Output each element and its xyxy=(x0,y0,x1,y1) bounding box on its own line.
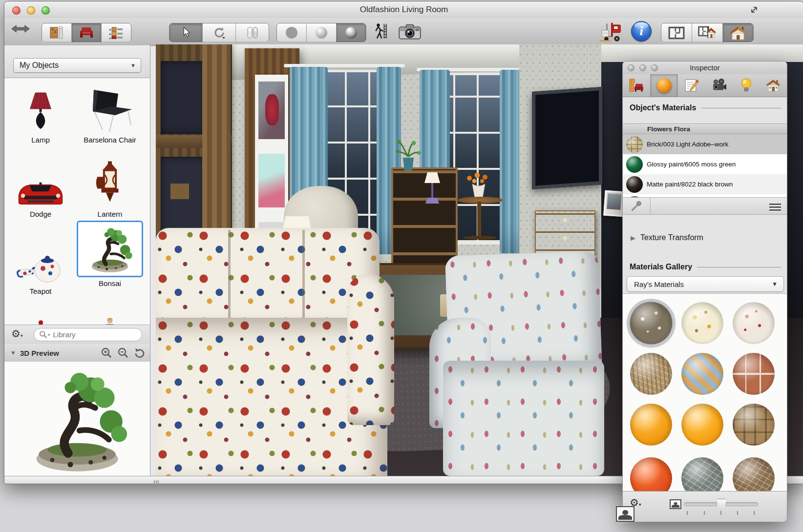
lighting-bulb-icon[interactable] xyxy=(733,74,760,97)
camera-snapshot-icon[interactable] xyxy=(398,24,422,40)
material-swatch-gray-crackle[interactable] xyxy=(681,457,723,491)
category-select-value: My Objects xyxy=(20,61,59,70)
material-swatch-brown-crackle[interactable] xyxy=(733,457,775,491)
materials-gallery-grid xyxy=(623,293,787,491)
object-item-bonsai[interactable]: Bonsai xyxy=(77,221,143,287)
resize-corner-icon[interactable] xyxy=(750,5,759,14)
split-plan-3d-icon[interactable] xyxy=(692,23,723,42)
material-name: Matte paint/8022 black brown xyxy=(647,181,747,188)
green-material-swatch xyxy=(626,156,643,173)
material-swatch-terracotta-tiles[interactable] xyxy=(733,353,775,395)
building-house-icon[interactable] xyxy=(760,74,787,97)
material-swatch-orange-matte[interactable] xyxy=(630,404,672,446)
disclosure-triangle-icon[interactable]: ▼ xyxy=(10,349,16,356)
walk-through-icon[interactable] xyxy=(372,23,389,40)
small-image-icon xyxy=(670,499,681,509)
gear-menu-icon[interactable]: ⚙▾ xyxy=(11,328,23,340)
rotate-tool-icon[interactable] xyxy=(203,23,236,42)
camera-view-icon[interactable] xyxy=(705,74,733,97)
person-thumbnail xyxy=(77,299,143,325)
object-item-dodge[interactable]: Dodge xyxy=(7,157,74,218)
shaded-sphere-icon[interactable] xyxy=(307,23,337,42)
category-bar: My Objects ▼ xyxy=(4,45,150,78)
materials-list: Flowers Flora Brick/003 Light Adobe–work… xyxy=(623,123,787,198)
material-name: Brick/003 Light Adobe–work xyxy=(647,141,747,148)
disclosure-right-icon: ▶ xyxy=(631,234,635,242)
material-row[interactable]: Brick/003 Light Adobe–work xyxy=(623,134,787,154)
window-title: Oldfashion Living Room xyxy=(4,5,803,15)
select-cursor-icon[interactable] xyxy=(169,23,203,42)
material-swatch-taupe-floral[interactable] xyxy=(630,302,672,344)
slider-tick xyxy=(754,511,755,515)
object-label: Lantern xyxy=(77,210,143,218)
chevron-down-icon: ▼ xyxy=(772,281,778,287)
search-field[interactable]: ▾ xyxy=(34,328,142,341)
eyedropper-icon[interactable] xyxy=(623,198,651,214)
material-row[interactable]: Matte paint/8022 black brown xyxy=(623,174,787,194)
inspector-titlebar[interactable]: Inspector xyxy=(623,61,787,75)
floor-plan-icon[interactable] xyxy=(661,23,692,42)
scene-photo-pink xyxy=(258,154,285,207)
texture-transform-disclosure[interactable]: ▶ Texture Transform xyxy=(631,233,703,242)
materials-toolbar xyxy=(623,197,787,215)
object-item-person[interactable] xyxy=(77,299,143,325)
shiny-sphere-icon[interactable] xyxy=(337,23,366,42)
slider-tick xyxy=(687,511,688,515)
materials-group-header[interactable]: Flowers Flora xyxy=(623,124,787,134)
materials-collection-select[interactable]: Ray's Materials ▼ xyxy=(627,276,784,292)
window-titlebar[interactable]: Oldfashion Living Room xyxy=(4,1,803,19)
zoom-out-icon[interactable] xyxy=(117,347,129,359)
collection-select-value: Ray's Materials xyxy=(634,280,772,288)
preview-canvas[interactable] xyxy=(4,362,150,477)
object-label: Barselona Chair xyxy=(77,136,143,144)
material-swatch-white-red-floral[interactable] xyxy=(733,302,775,344)
splitter-grip-icon[interactable] xyxy=(154,478,160,487)
notes-edit-icon[interactable] xyxy=(678,74,705,97)
scene-small-picture xyxy=(603,190,625,217)
menu-hamburger-icon[interactable] xyxy=(769,202,781,212)
scene-tv xyxy=(532,87,602,189)
large-image-icon xyxy=(616,506,634,522)
inspector-panel: Inspector Object's Materials xyxy=(622,61,787,521)
materials-sphere-icon[interactable] xyxy=(650,74,678,97)
house-3d-icon[interactable] xyxy=(723,23,753,42)
object-item-teapot[interactable]: Teapot xyxy=(7,234,74,295)
object-item-lamp[interactable]: Lamp xyxy=(7,83,74,144)
furniture-library-icon[interactable] xyxy=(72,23,102,42)
search-scope-chevron-icon[interactable]: ▾ xyxy=(48,332,50,337)
object-item-cactus[interactable] xyxy=(7,299,74,325)
material-swatch-tan-ornate[interactable] xyxy=(630,353,672,395)
object-dimensions-icon[interactable] xyxy=(623,74,650,97)
search-input[interactable] xyxy=(52,330,137,339)
swap-arrows-icon[interactable] xyxy=(11,24,30,34)
object-label: Teapot xyxy=(7,287,74,295)
material-swatch-blue-tan-argyle[interactable] xyxy=(681,353,723,395)
zoom-in-icon[interactable] xyxy=(100,347,113,359)
material-swatch-tan-bark[interactable] xyxy=(733,404,775,446)
desktop: Oldfashion Living Room xyxy=(0,0,803,532)
scene-potted-plant xyxy=(394,140,423,171)
building-library-icon[interactable] xyxy=(42,23,72,42)
forklift-icon[interactable] xyxy=(598,22,624,42)
pan-capsules-icon[interactable] xyxy=(236,23,269,42)
slider-thumb[interactable] xyxy=(717,499,726,510)
object-list-icon[interactable] xyxy=(102,23,131,42)
object-item-barselona-chair[interactable]: Barselona Chair xyxy=(77,83,143,144)
rotate-preview-icon[interactable] xyxy=(133,347,146,359)
flat-sphere-icon[interactable] xyxy=(277,23,307,42)
preview-title: 3D Preview xyxy=(20,349,100,357)
slider-tick xyxy=(704,511,705,515)
category-select[interactable]: My Objects ▼ xyxy=(13,58,141,73)
library-sidebar: My Objects ▼ Lamp Barselona Chair xyxy=(4,45,150,477)
object-label: Dodge xyxy=(7,210,74,218)
info-icon[interactable]: i xyxy=(631,21,652,41)
search-icon xyxy=(39,330,47,339)
scene-sofa-seam xyxy=(302,230,305,330)
material-swatch-orange-red-rough[interactable] xyxy=(630,457,672,491)
object-item-lantern[interactable]: Lantern xyxy=(77,157,143,218)
material-swatch-orange-bright[interactable] xyxy=(681,404,723,446)
material-swatch-cream-yellow-floral[interactable] xyxy=(681,302,723,344)
lamp-thumbnail xyxy=(7,83,74,134)
swatch-size-slider[interactable] xyxy=(684,502,758,506)
material-row[interactable]: Glossy paint/6005 moss green xyxy=(623,154,787,174)
